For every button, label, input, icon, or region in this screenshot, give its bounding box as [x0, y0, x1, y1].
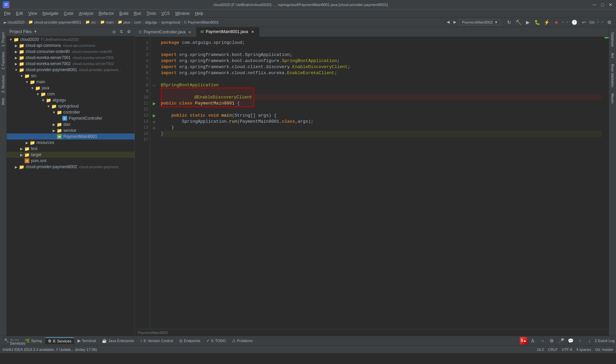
gutter-11-run[interactable]: ▶: [150, 100, 158, 107]
branch-dropdown[interactable]: PaymentMain8002 ▼: [459, 19, 501, 25]
tree-item-controller[interactable]: 📁 controller: [7, 109, 135, 115]
menu-edit[interactable]: Edit: [13, 10, 26, 17]
menu-run[interactable]: Run: [131, 10, 144, 17]
breadcrumb-src[interactable]: 📁 src: [85, 20, 96, 24]
sidebar-tab-project[interactable]: 1: Project: [1, 30, 6, 49]
tree-item-springcloud[interactable]: 📁 springcloud: [7, 103, 135, 109]
breadcrumb-atguigu[interactable]: atguigu: [145, 20, 157, 24]
tab-PaymentMain8001[interactable]: M PaymentMain8001.java ✕: [197, 27, 259, 37]
right-tab-ant[interactable]: Ant: [610, 50, 615, 61]
run-btn[interactable]: ▶: [524, 18, 532, 26]
tree-item-java[interactable]: 📁 java: [7, 85, 135, 91]
menu-vcs[interactable]: VCS: [159, 10, 173, 17]
menu-view[interactable]: View: [26, 10, 40, 17]
tree-item-consumer-order[interactable]: 📁 cloud-consumer-order80 cloud-consumer-…: [7, 49, 135, 55]
tree-item-cloud2020[interactable]: 📁 cloud2020 F:\JetBrains\cloud2020: [7, 36, 135, 42]
tab-close-PaymentMain8001[interactable]: ✕: [250, 29, 255, 34]
gutter-12: [150, 107, 158, 113]
nav-forward[interactable]: ▶: [452, 20, 458, 24]
git-revert[interactable]: ↩: [580, 18, 588, 26]
menu-refactor[interactable]: Refactor: [96, 10, 117, 17]
menu-analyze[interactable]: Analyze: [76, 10, 96, 17]
right-tab-maven[interactable]: Maven: [610, 91, 615, 106]
refresh-btn[interactable]: ↻: [505, 18, 513, 26]
tree-item-api-commons[interactable]: 📁 cloud-api-commons cloud-api-commons: [7, 42, 135, 49]
tree-item-PaymentMain8001[interactable]: M PaymentMain8001: [7, 133, 135, 140]
bottom-icon-5[interactable]: 💬: [566, 337, 575, 345]
bottom-icon-2[interactable]: →: [538, 337, 546, 345]
maximize-button[interactable]: □: [600, 2, 605, 7]
build-btn[interactable]: 🔨: [515, 18, 523, 26]
tree-item-target[interactable]: 📁 target: [7, 152, 135, 158]
bottom-icon-3[interactable]: ⚙: [548, 337, 556, 345]
sidebar-tab-favorites[interactable]: 2: Favorites: [1, 49, 6, 72]
sidebar-tab-structure[interactable]: Z: Structure: [1, 72, 6, 95]
bottom-tab-problems[interactable]: ⚠ Problems: [229, 338, 255, 344]
bottom-icon-6[interactable]: ↑: [576, 337, 584, 345]
tree-item-payment8002-module[interactable]: 📁 cloud-provider-payment8002 cloud-provi…: [7, 164, 135, 170]
tree-item-dao[interactable]: 📁 dao: [7, 121, 135, 127]
breadcrumb-main[interactable]: 📁 main: [100, 20, 114, 24]
tree-item-main[interactable]: 📁 main: [7, 79, 135, 85]
menu-navigate[interactable]: Navigate: [40, 10, 61, 17]
right-tab-database[interactable]: Database: [610, 30, 615, 50]
arrow-src: [19, 74, 24, 78]
tab-PaymentController[interactable]: C PaymentController.java ✕: [135, 27, 197, 37]
stop-btn[interactable]: ■: [552, 18, 560, 26]
menu-file[interactable]: File: [1, 10, 13, 17]
sidebar-tab-web[interactable]: Web: [1, 95, 6, 108]
bottom-icon-1[interactable]: A: [529, 337, 537, 345]
project-settings-btn[interactable]: ⚙: [126, 29, 132, 35]
bottom-tab-java-enterprise[interactable]: ☕ Java Enterprise: [99, 338, 137, 344]
git-history[interactable]: 🕐: [570, 18, 579, 26]
bottom-icon-7[interactable]: ↓: [585, 337, 593, 345]
secondary-payment8001: cloud-provider-payment...: [79, 68, 121, 72]
bottom-icon-4[interactable]: 🎤: [557, 337, 565, 345]
menu-code[interactable]: Code: [61, 10, 76, 17]
tree-item-eureka7002[interactable]: 📁 cloud-eureka-server7002 cloud-eureka-s…: [7, 61, 135, 67]
breadcrumb-module[interactable]: 📁 cloud-provider-payment8001: [28, 20, 81, 24]
tree-item-com[interactable]: 📁 com: [7, 91, 135, 97]
gutter-13-run[interactable]: ▶: [150, 113, 158, 119]
project-expand-btn[interactable]: ⇅: [118, 29, 124, 35]
menu-tools[interactable]: Tools: [144, 10, 159, 17]
tree-item-payment8001-module[interactable]: 📁 cloud-provider-payment8001 cloud-provi…: [7, 67, 135, 73]
coverage-btn[interactable]: ⚡: [543, 18, 551, 26]
tree-item-pom[interactable]: X pom.xml: [7, 158, 135, 164]
close-button[interactable]: ✕: [608, 2, 613, 7]
bottom-tab-version-control[interactable]: ↕ 9: Version Control: [138, 338, 176, 344]
tree-item-test[interactable]: 📁 test: [7, 146, 135, 152]
project-panel-dropdown[interactable]: ▼: [34, 30, 37, 33]
tree-item-resources[interactable]: 📁 resources: [7, 140, 135, 146]
bottom-tab-terminal[interactable]: ▶ Terminal: [75, 338, 99, 344]
breadcrumb-com[interactable]: com: [134, 20, 141, 24]
tab-label-PaymentMain8001: PaymentMain8001.java: [206, 29, 248, 34]
project-locate-btn[interactable]: ◎: [111, 29, 117, 35]
breadcrumb-cloud2020[interactable]: ☁ cloud2020: [3, 20, 25, 24]
code-content[interactable]: package com.atguigu.springcloud; import …: [158, 37, 605, 329]
arrow-springcloud: [46, 104, 51, 108]
menu-window[interactable]: Window: [172, 10, 192, 17]
tree-item-eureka7001[interactable]: 📁 cloud-eureka-server7001 cloud-eureka-s…: [7, 55, 135, 61]
right-tab-bean-validation[interactable]: Bean Validation: [610, 61, 615, 90]
arrow-consumer-order: [13, 50, 19, 54]
bottom-tab-endpoints[interactable]: ◎ Endpoints: [176, 338, 203, 344]
services-floating-label: Services: [8, 340, 27, 345]
bottom-tab-services[interactable]: ⚙ 8: Services: [45, 337, 74, 344]
settings-btn[interactable]: ⚙: [605, 18, 613, 26]
tree-item-atguigu[interactable]: 📁 atguigu: [7, 97, 135, 103]
debug-btn[interactable]: 🐛: [533, 18, 541, 26]
breadcrumb-java[interactable]: 📁 java: [118, 20, 130, 24]
tree-item-PaymentController[interactable]: C PaymentController: [7, 115, 135, 121]
breadcrumb-paymentmain[interactable]: C PaymentMain8001: [184, 20, 219, 24]
breadcrumb-springcloud[interactable]: springcloud: [161, 20, 180, 24]
bottom-tab-todo[interactable]: ✓ 6: TODO: [204, 338, 229, 344]
menu-build[interactable]: Build: [117, 10, 131, 17]
menu-help[interactable]: Help: [192, 10, 206, 17]
tree-item-service[interactable]: 📁 service: [7, 127, 135, 133]
minimize-button[interactable]: ─: [592, 2, 597, 7]
tree-item-src[interactable]: 📁 src: [7, 73, 135, 79]
nav-back[interactable]: ◀: [445, 20, 451, 24]
tab-close-PaymentController[interactable]: ✕: [187, 30, 192, 34]
code-editor[interactable]: 1 2 3 4 5 6 7 8 9 10 11 12 13 14 15 16 1…: [135, 37, 609, 329]
